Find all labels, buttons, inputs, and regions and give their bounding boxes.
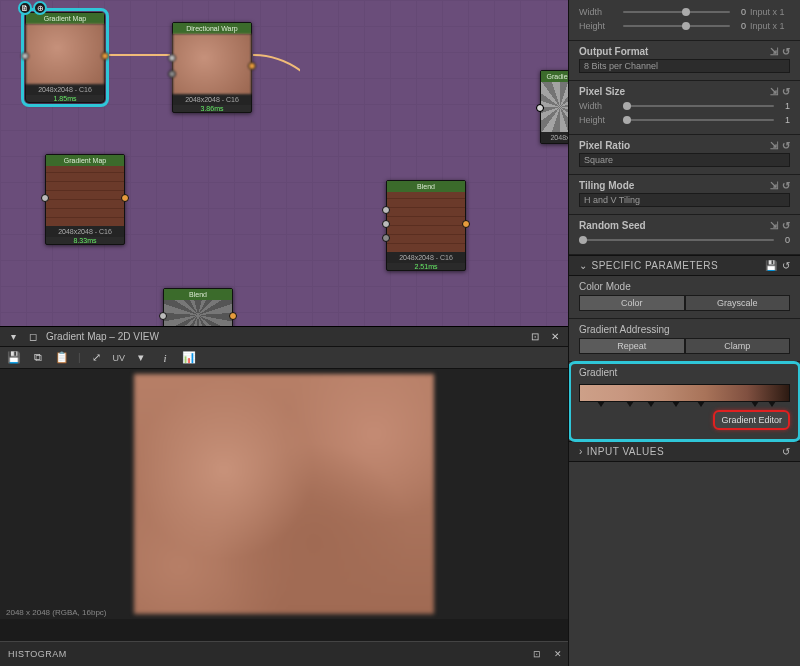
pin-icon[interactable]: ⊡ <box>528 330 542 344</box>
gradient-stop[interactable] <box>647 401 655 407</box>
width-slider[interactable] <box>623 11 730 13</box>
input-port-3[interactable] <box>382 234 390 242</box>
node-meta: 2048x2048 - C16 <box>26 84 104 95</box>
close-icon[interactable]: ✕ <box>548 330 562 344</box>
reset-icon[interactable]: ↺ <box>782 140 790 151</box>
addressing-clamp[interactable]: Clamp <box>685 338 791 354</box>
output-port[interactable] <box>101 52 109 60</box>
node-title: Gradient <box>541 71 568 82</box>
dropdown-icon[interactable]: ▾ <box>133 350 149 366</box>
properties-panel[interactable]: Width0Input x 1 Height0Input x 1 Output … <box>568 0 800 666</box>
specific-parameters-banner[interactable]: ⌄ SPECIFIC PARAMETERS 💾 ↺ <box>569 255 800 276</box>
output-format-select[interactable]: 8 Bits per Channel <box>579 59 790 73</box>
gradient-title: Gradient <box>579 367 617 378</box>
input-port[interactable] <box>41 194 49 202</box>
preview-header[interactable]: ▾ ◻ Gradient Map – 2D VIEW ⊡ ✕ <box>0 327 568 347</box>
reset-icon[interactable]: ↺ <box>782 180 790 191</box>
input-port-2[interactable] <box>168 70 176 78</box>
copy-icon[interactable]: ⧉ <box>30 350 46 366</box>
save-icon[interactable]: 💾 <box>6 350 22 366</box>
window-icon[interactable]: ◻ <box>26 330 40 344</box>
color-mode-section: Color Mode Color Grayscale <box>569 276 800 319</box>
tiling-mode-select[interactable]: H and V Tiling <box>579 193 790 207</box>
seed-slider[interactable] <box>579 239 774 241</box>
histogram-icon[interactable]: 📊 <box>181 350 197 366</box>
input-port[interactable] <box>168 54 176 62</box>
color-mode-color[interactable]: Color <box>579 295 685 311</box>
reset-icon[interactable]: ↺ <box>782 260 791 271</box>
node-gradient-partial[interactable]: Gradient 2048x <box>540 70 568 144</box>
node-thumbnail <box>46 166 124 226</box>
info-icon[interactable]: i <box>157 350 173 366</box>
gradient-editor-button[interactable]: Gradient Editor <box>713 410 790 430</box>
input-port-1[interactable] <box>382 206 390 214</box>
width-label: Width <box>579 7 619 17</box>
gradient-stop[interactable] <box>672 401 680 407</box>
input-port-2[interactable] <box>382 220 390 228</box>
node-meta: 2048x <box>541 132 568 143</box>
reset-icon[interactable]: ↺ <box>782 446 791 457</box>
color-mode-grayscale[interactable]: Grayscale <box>685 295 791 311</box>
gradient-stop[interactable] <box>768 401 776 407</box>
pin-icon[interactable]: ⇲ <box>770 46 778 57</box>
node-thumbnail <box>541 82 568 132</box>
input-values-label: INPUT VALUES <box>587 446 778 457</box>
width-suffix: Input x 1 <box>750 7 790 17</box>
gradient-stop[interactable] <box>626 401 634 407</box>
pixel-ratio-select[interactable]: Square <box>579 153 790 167</box>
node-thumbnail <box>173 34 251 94</box>
document-icon[interactable]: 🗎 <box>18 1 32 15</box>
node-graph-viewport[interactable]: 🗎 ⊕ Gradient Map 2048x2048 - C16 1.85ms … <box>0 0 568 326</box>
node-gradient-map-2[interactable]: Gradient Map 2048x2048 - C16 8.33ms <box>45 154 125 245</box>
gradient-stop[interactable] <box>597 401 605 407</box>
gradient-ramp[interactable] <box>579 384 790 402</box>
output-port[interactable] <box>462 220 470 228</box>
pin-icon[interactable]: ⇲ <box>770 180 778 191</box>
expand-icon[interactable]: › <box>579 446 583 457</box>
output-port[interactable] <box>229 312 237 320</box>
reset-icon[interactable]: ↺ <box>782 220 790 231</box>
px-height-slider[interactable] <box>623 119 774 121</box>
reset-icon[interactable]: ↺ <box>782 46 790 57</box>
globe-icon[interactable]: ⊕ <box>33 1 47 15</box>
random-seed-section: Random Seed⇲↺ 0 <box>569 215 800 255</box>
paste-icon[interactable]: 📋 <box>54 350 70 366</box>
input-port[interactable] <box>159 312 167 320</box>
addressing-repeat[interactable]: Repeat <box>579 338 685 354</box>
dropdown-icon[interactable]: ▾ <box>6 330 20 344</box>
preview-canvas[interactable]: 2048 x 2048 (RGBA, 16bpc) <box>0 369 568 619</box>
color-mode-segment[interactable]: Color Grayscale <box>579 295 790 311</box>
node-blend-partial[interactable]: Blend <box>163 288 233 326</box>
input-port[interactable] <box>21 52 29 60</box>
input-port[interactable] <box>536 104 544 112</box>
px-height-label: Height <box>579 115 619 125</box>
pin-icon[interactable]: ⇲ <box>770 220 778 231</box>
gradient-stop[interactable] <box>751 401 759 407</box>
pixel-size-title: Pixel Size <box>579 86 625 97</box>
uv-label[interactable]: UV <box>113 353 126 363</box>
node-blend[interactable]: Blend 2048x2048 - C16 2.51ms <box>386 180 466 271</box>
collapse-icon[interactable]: ⌄ <box>579 260 588 271</box>
node-gradient-map-selected[interactable]: 🗎 ⊕ Gradient Map 2048x2048 - C16 1.85ms <box>25 12 105 103</box>
close-icon[interactable]: ✕ <box>548 649 569 659</box>
gradient-section: Gradient Gradient Editor <box>569 362 800 441</box>
gradient-stop[interactable] <box>697 401 705 407</box>
histogram-panel-header[interactable]: HISTOGRAM ⊡ ✕ <box>0 641 568 666</box>
node-directional-warp[interactable]: Directional Warp 2048x2048 - C16 3.86ms <box>172 22 252 113</box>
output-port[interactable] <box>248 62 256 70</box>
px-width-slider[interactable] <box>623 105 774 107</box>
height-slider[interactable] <box>623 25 730 27</box>
save-icon[interactable]: 💾 <box>765 260 778 271</box>
pin-icon[interactable]: ⊡ <box>527 649 548 659</box>
addressing-segment[interactable]: Repeat Clamp <box>579 338 790 354</box>
zoom-icon[interactable]: ⤢ <box>89 350 105 366</box>
output-port[interactable] <box>121 194 129 202</box>
input-values-banner[interactable]: › INPUT VALUES ↺ <box>569 441 800 462</box>
node-thumbnail <box>26 24 104 84</box>
node-meta: 2048x2048 - C16 <box>46 226 124 237</box>
preview-title: Gradient Map – 2D VIEW <box>46 331 522 342</box>
pin-icon[interactable]: ⇲ <box>770 140 778 151</box>
reset-icon[interactable]: ↺ <box>782 86 790 97</box>
node-title: Blend <box>164 289 232 300</box>
pin-icon[interactable]: ⇲ <box>770 86 778 97</box>
